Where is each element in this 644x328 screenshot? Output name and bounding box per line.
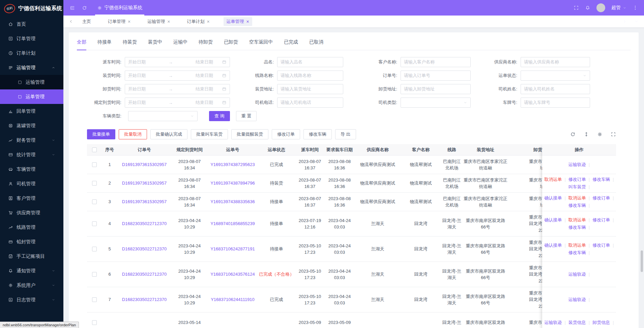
modify-vehicle-link[interactable]: 修改车辆 [568, 202, 586, 209]
required-arrival-time-range[interactable]: 开始日期→结束日期 [125, 98, 230, 108]
cancel-waybill-link[interactable]: 取消运单 [568, 195, 586, 201]
sidebar-item-manual-ledger[interactable]: 手工记账项目 [0, 249, 63, 264]
confirm-accept-link[interactable]: 确认接单 [544, 217, 562, 223]
sidebar-item-order-manage[interactable]: 订单管理 [0, 31, 63, 46]
close-icon[interactable]: × [128, 19, 130, 24]
cancel-waybill-link[interactable]: 取消运单 [568, 217, 586, 223]
tabs-scroll-right-icon[interactable] [622, 19, 627, 24]
status-tab-in-transit[interactable]: 运输中 [173, 39, 187, 50]
column-height-icon[interactable] [584, 132, 589, 137]
driver-type-select[interactable] [401, 98, 471, 108]
confirm-accept-link[interactable]: 确认接单 [544, 195, 562, 201]
sidebar-item-log-manage[interactable]: 日志管理 [0, 293, 63, 307]
order-no-input[interactable]: 请输入订单号 [401, 71, 471, 81]
more-vertical-icon[interactable] [633, 5, 638, 10]
unload-address-input[interactable]: 请输入卸货地址 [401, 84, 471, 94]
cancel-waybill-link[interactable]: 取消运单 [568, 242, 586, 249]
order-no-link[interactable]: D16823035022712370 [122, 296, 167, 303]
reset-button[interactable]: 重 置 [236, 111, 257, 121]
status-tab-unloaded[interactable]: 已卸货 [224, 39, 238, 50]
sidebar-item-route-manage[interactable]: 线路管理 [0, 220, 63, 235]
batch-confirm-complete-button[interactable]: 批量确认完成 [150, 129, 187, 139]
reload-icon[interactable] [570, 132, 576, 137]
load-time-range[interactable]: 开始日期→结束日期 [125, 71, 230, 81]
sidebar-item-customer-manage[interactable]: 客户管理 [0, 191, 63, 206]
modify-vehicle-button[interactable]: 修改车辆 [303, 129, 332, 139]
vertical-scrollbar[interactable] [641, 250, 643, 272]
route-name-input[interactable]: 请输入线路名称 [277, 71, 343, 81]
transport-track-link[interactable]: 运输轨迹 [568, 271, 586, 278]
modify-order-link[interactable]: 修改订单 [568, 176, 586, 183]
transport-track-link[interactable]: 运输轨迹 [568, 161, 586, 168]
plate-no-input[interactable]: 请输入车牌号 [521, 98, 590, 108]
sidebar-item-receipt-manage[interactable]: 回单管理 [0, 104, 63, 118]
refresh-icon[interactable] [82, 5, 87, 10]
order-no-link[interactable]: D16913973615302957 [122, 180, 167, 187]
batch-accept-button[interactable]: 批量接单 [87, 129, 115, 139]
route-tab-order-manage[interactable]: 订单管理× [105, 17, 134, 26]
tabs-scroll-left-icon[interactable] [69, 19, 73, 24]
waybill-no-link[interactable]: Y16897401856855239 [210, 220, 255, 227]
order-no-link[interactable]: D16823035022712370 [122, 246, 167, 252]
status-tab-pending-load[interactable]: 待装货 [123, 39, 137, 50]
sidebar-subitem-transport-manage-sub[interactable]: 运输管理 [0, 75, 63, 89]
search-button[interactable]: 查 询 [209, 111, 230, 121]
waybill-no-link[interactable]: Y16913974388335636 [210, 198, 255, 205]
close-icon[interactable]: × [167, 19, 170, 24]
sidebar-item-seal-manage[interactable]: 铅封管理 [0, 235, 63, 249]
sidebar-item-system-user[interactable]: 系统用户 [0, 278, 63, 293]
modify-order-link[interactable]: 修改订单 [592, 217, 610, 223]
modify-vehicle-link[interactable]: 修改车辆 [592, 176, 610, 183]
modify-vehicle-link[interactable]: 修改车辆 [568, 249, 586, 256]
load-info-link[interactable]: 装货信息 [568, 319, 586, 326]
status-tab-pending-accept[interactable]: 待接单 [97, 39, 112, 50]
collapse-sidebar-icon[interactable] [69, 5, 75, 11]
batch-remind-load-button[interactable]: 批量提醒装货 [231, 129, 268, 139]
sidebar-item-order-plan[interactable]: 订单计划 [0, 46, 63, 60]
batch-call-load-button[interactable]: 批量叫车装货 [191, 129, 228, 139]
fullscreen-icon[interactable] [574, 5, 579, 10]
modify-vehicle-link[interactable]: 修改车辆 [568, 224, 586, 231]
row-checkbox[interactable] [92, 320, 97, 325]
sidebar-item-stats-manage[interactable]: 统计管理 [0, 147, 63, 162]
driver-phone-input[interactable]: 请输入司机电话 [277, 98, 343, 108]
settings-icon[interactable] [597, 132, 603, 137]
sidebar-item-finance-manage[interactable]: 财务管理 [0, 133, 63, 147]
status-tab-pending-unload[interactable]: 待卸货 [199, 39, 213, 50]
status-tab-cancelled[interactable]: 已取消 [309, 39, 323, 50]
export-button[interactable]: 导 出 [335, 129, 356, 139]
avatar[interactable] [596, 3, 605, 12]
row-checkbox[interactable] [92, 199, 97, 204]
row-checkbox[interactable] [92, 162, 97, 167]
driver-name-input[interactable]: 请输入司机姓名 [521, 84, 590, 94]
row-checkbox[interactable] [92, 272, 97, 277]
status-tab-all[interactable]: 全部 [77, 39, 86, 50]
order-no-link[interactable]: D16823035022712370 [122, 220, 167, 227]
user-menu[interactable]: 超管 [611, 5, 626, 11]
unload-info-link[interactable]: 卸货信息 [592, 319, 610, 326]
module-tab[interactable]: 宁德佰利运输系统 [97, 0, 142, 16]
sidebar-item-home[interactable]: 首页 [0, 17, 63, 31]
load-address-input[interactable]: 请输入装货地址 [277, 84, 343, 94]
modify-order-link[interactable]: 修改订单 [592, 195, 610, 201]
confirm-accept-link[interactable]: 确认接单 [544, 242, 562, 249]
transport-track-link[interactable]: 运输轨迹 [544, 319, 562, 326]
route-tab-waybill-manage[interactable]: 运单管理× [224, 17, 252, 26]
modify-order-button[interactable]: 修改订单 [272, 129, 300, 139]
dispatch-time-range[interactable]: 开始日期→结束日期 [125, 57, 230, 67]
table-fullscreen-icon[interactable] [611, 132, 616, 137]
sidebar-item-notice-manage[interactable]: 通知管理 [0, 264, 63, 278]
waybill-no-link[interactable]: Y16837106244111910 [211, 296, 255, 303]
select-all-checkbox[interactable] [92, 147, 97, 152]
waybill-no-link[interactable]: Y16837106242877191 [210, 246, 255, 252]
status-tab-empty-return[interactable]: 空车返回中 [249, 39, 273, 50]
route-tab-home[interactable]: 主页 [79, 17, 94, 26]
close-icon[interactable]: × [246, 19, 249, 24]
vehicle-type-select[interactable] [128, 111, 198, 121]
row-checkbox[interactable] [92, 181, 97, 186]
close-icon[interactable]: × [207, 19, 209, 24]
route-tab-order-plan[interactable]: 订单计划× [184, 17, 212, 26]
customer-name-input[interactable]: 请输入客户名称 [401, 57, 471, 67]
bell-icon[interactable] [585, 5, 590, 10]
sidebar-item-supplier-manage[interactable]: 供应商管理 [0, 206, 63, 220]
